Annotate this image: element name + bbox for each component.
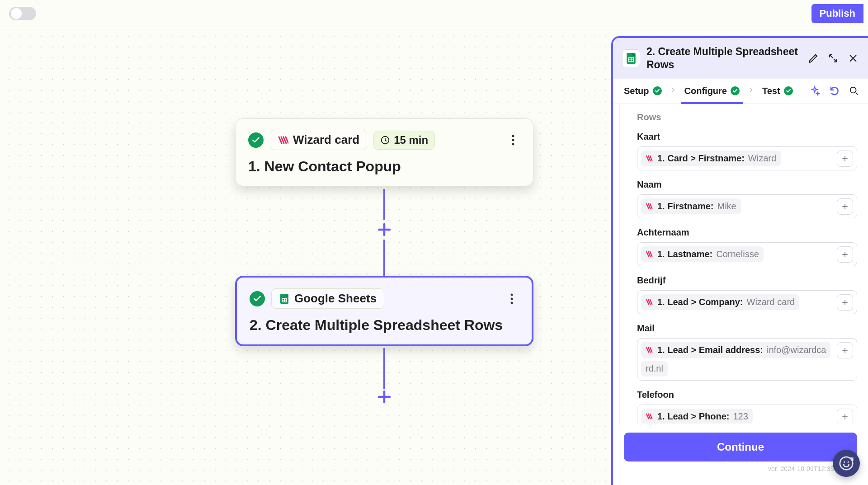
panel-actions — [807, 52, 859, 64]
panel-footer: Continue ver. 2024-10-09T12:35.8082c7 — [613, 424, 868, 485]
publish-button[interactable]: Publish — [811, 4, 863, 23]
step-2-num: 2. — [250, 317, 262, 333]
chevron-right-icon — [748, 87, 754, 95]
time-text: 15 min — [394, 134, 428, 146]
tab-test[interactable]: Test — [760, 79, 795, 104]
app-name: Google Sheets — [294, 292, 377, 306]
mapping-pill[interactable]: 1. Card > Firstname: Wizard — [641, 151, 781, 166]
continue-button[interactable]: Continue — [624, 433, 857, 461]
svg-point-1 — [512, 135, 514, 137]
close-icon[interactable] — [847, 52, 859, 64]
svg-point-9 — [511, 293, 513, 296]
step-1-num: 1. — [248, 158, 260, 174]
field-input[interactable]: 1. Firstname: Mike — [637, 194, 857, 218]
enable-toggle[interactable] — [9, 7, 36, 20]
svg-point-17 — [850, 87, 856, 93]
top-bar: Publish — [0, 0, 868, 27]
field-input[interactable]: 1. Lead > Company: Wizard card — [637, 290, 857, 314]
panel-body[interactable]: Rows Kaart1. Card > Firstname: WizardNaa… — [619, 104, 868, 424]
app-chip-sheets: Google Sheets — [271, 288, 384, 309]
connector-line — [383, 348, 385, 389]
svg-point-19 — [844, 461, 845, 462]
field-label: Naam — [637, 179, 857, 190]
mapping-pill[interactable]: 1. Lead > Phone: 123 — [641, 409, 753, 424]
section-rows: Rows — [637, 112, 857, 122]
add-value-button[interactable] — [837, 409, 853, 424]
panel-header: 2. Create Multiple Spreadsheet Rows — [613, 38, 868, 79]
add-step-2[interactable] — [376, 389, 392, 405]
app-name: Wizard card — [293, 133, 359, 147]
mapping-pill[interactable]: 1. Lead > Company: Wizard card — [641, 294, 799, 310]
step-1-header: Wizard card 15 min — [248, 130, 520, 150]
search-icon[interactable] — [849, 86, 859, 96]
svg-point-20 — [848, 461, 849, 462]
add-value-button[interactable] — [837, 294, 853, 311]
step-2-title-text: Create Multiple Spreadsheet Rows — [266, 317, 503, 333]
check-icon — [784, 86, 793, 95]
sparkle-ai-icon[interactable] — [809, 85, 820, 96]
google-sheets-icon — [279, 293, 290, 304]
step-1-title-text: New Contact Popup — [264, 158, 401, 174]
check-icon — [248, 132, 264, 148]
field-input[interactable]: 1. Lead > Phone: 123 — [637, 405, 857, 424]
tab-configure-label: Configure — [684, 86, 727, 96]
step-1-menu[interactable] — [506, 133, 520, 147]
field-label: Mail — [637, 323, 857, 334]
add-step-1[interactable] — [376, 221, 392, 238]
svg-point-10 — [511, 297, 513, 300]
panel-tabs: Setup Configure Test — [613, 79, 868, 104]
check-icon — [731, 86, 740, 95]
check-icon — [653, 86, 662, 95]
mapping-overflow: rd.nl — [641, 361, 668, 377]
panel-title-num: 2. — [646, 46, 655, 57]
step-card-2[interactable]: Google Sheets 2. Create Multiple Spreads… — [235, 276, 533, 346]
mapping-pill[interactable]: 1. Lead > Email address: info@wizardca — [641, 342, 830, 358]
toggle-knob — [11, 8, 22, 19]
add-value-button[interactable] — [837, 198, 853, 215]
mapping-pill[interactable]: 1. Lastname: Cornelisse — [641, 246, 764, 262]
field-label: Bedrijf — [637, 275, 857, 286]
version-text: ver. 2024-10-09T12:35.8082c7 — [624, 465, 857, 472]
field-input[interactable]: 1. Lead > Email address: info@wizardcard… — [637, 338, 857, 381]
undo-icon[interactable] — [829, 85, 840, 96]
step-2-title: 2. Create Multiple Spreadsheet Rows — [250, 317, 519, 334]
help-fab[interactable] — [833, 450, 860, 477]
check-icon — [250, 291, 265, 306]
tab-configure[interactable]: Configure — [683, 79, 741, 104]
field-input[interactable]: 1. Card > Firstname: Wizard — [637, 146, 857, 170]
connector-line — [383, 189, 385, 220]
expand-icon[interactable] — [827, 52, 839, 64]
field-label: Kaart — [637, 132, 857, 142]
add-value-button[interactable] — [837, 342, 853, 358]
tab-setup-label: Setup — [624, 86, 649, 96]
svg-point-11 — [511, 301, 513, 304]
field-label: Achternaam — [637, 227, 857, 238]
panel-title-text: Create Multiple Spreadsheet Rows — [646, 46, 798, 71]
svg-point-2 — [512, 139, 514, 141]
step-2-menu[interactable] — [505, 292, 519, 306]
field-label: Telefoon — [637, 390, 857, 400]
field-input[interactable]: 1. Lastname: Cornelisse — [637, 242, 857, 266]
step-card-1[interactable]: Wizard card 15 min 1. New Contact Popup — [235, 118, 533, 186]
tab-test-label: Test — [762, 86, 780, 96]
step-2-header: Google Sheets — [250, 288, 519, 309]
panel-title: 2. Create Multiple Spreadsheet Rows — [646, 45, 801, 71]
add-value-button[interactable] — [837, 151, 853, 167]
mapping-pill[interactable]: 1. Firstname: Mike — [641, 198, 741, 214]
rename-icon[interactable] — [807, 52, 819, 64]
connector-line — [383, 240, 385, 276]
add-value-button[interactable] — [837, 246, 853, 263]
step-1-title: 1. New Contact Popup — [248, 158, 520, 175]
step-detail-panel: 2. Create Multiple Spreadsheet Rows Setu… — [611, 36, 868, 485]
app-chip-wizard: Wizard card — [270, 130, 367, 150]
time-chip: 15 min — [373, 131, 435, 150]
svg-point-3 — [512, 143, 514, 145]
tab-setup[interactable]: Setup — [622, 79, 664, 104]
chevron-right-icon — [670, 87, 676, 95]
wizard-icon — [278, 135, 288, 146]
google-sheets-icon — [622, 49, 640, 67]
